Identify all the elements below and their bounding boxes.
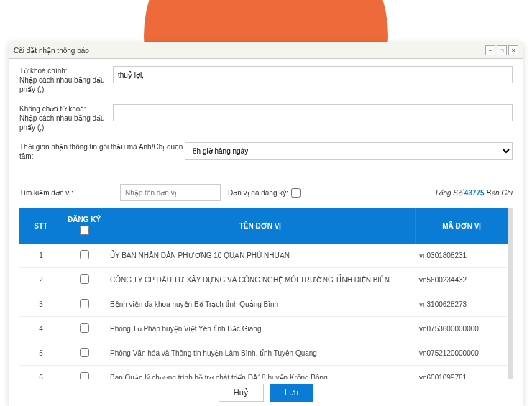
table-row: 4Phòng Tư Pháp huyện Việt Yên tỉnh Bắc G… <box>19 317 508 341</box>
row-checkbox[interactable] <box>80 299 89 308</box>
header-name: TÊN ĐƠN VỊ <box>106 208 415 244</box>
keyword-exclude-input[interactable] <box>113 104 513 121</box>
keyword-exclude-row: Không chứa từ khoá: Nhập cách nhau bằng … <box>19 104 513 132</box>
total-number: 43775 <box>464 189 485 197</box>
cell-name: ỦY BAN NHÂN DÂN PHƯỜNG 10 QUẬN PHÚ NHUẬN <box>106 244 415 268</box>
cell-code: vn5600234432 <box>415 268 508 292</box>
cell-code: vn3100628273 <box>415 292 508 317</box>
maximize-button[interactable]: □ <box>497 45 507 55</box>
cancel-button[interactable]: Huỷ <box>219 384 264 402</box>
cell-name: CÔNG TY CP ĐẦU TƯ XÂY DỰNG VÀ CÔNG NGHỆ … <box>106 268 415 292</box>
registered-checkbox[interactable] <box>291 188 301 198</box>
registered-filter[interactable]: Đơn vị đã đăng ký: <box>228 188 301 198</box>
cell-stt: 2 <box>19 268 63 292</box>
window-content: Từ khoá chính: Nhập cách nhau bằng dấu p… <box>9 59 523 405</box>
header-code: MÃ ĐƠN VỊ <box>415 208 508 244</box>
total-suffix: Bản Ghi <box>485 189 513 197</box>
cell-reg <box>63 341 106 366</box>
window-title: Cài đặt nhận thông báo <box>14 47 89 55</box>
search-input[interactable] <box>120 184 221 201</box>
header-stt: STT <box>19 208 63 244</box>
cell-name: Bệnh viện đa khoa huyện Bố Trạch tỉnh Qu… <box>106 292 415 317</box>
row-checkbox[interactable] <box>80 250 89 259</box>
cell-code: vn0301808231 <box>415 244 508 268</box>
table-row: 3Bệnh viện đa khoa huyện Bố Trạch tỉnh Q… <box>19 292 508 317</box>
keyword-main-row: Từ khoá chính: Nhập cách nhau bằng dấu p… <box>19 66 513 94</box>
cell-code: vn0753600000000 <box>415 317 508 341</box>
table-header-row: STT ĐĂNG KÝ TÊN ĐƠN VỊ MÃ ĐƠN VỊ <box>19 208 508 244</box>
cell-reg <box>63 317 106 341</box>
cell-reg <box>63 292 106 317</box>
keyword-exclude-label: Không chứa từ khoá: Nhập cách nhau bằng … <box>19 104 113 132</box>
keyword-main-input[interactable] <box>113 66 513 83</box>
units-table: STT ĐĂNG KÝ TÊN ĐƠN VỊ MÃ ĐƠN VỊ 1ỦY BAN… <box>19 208 508 398</box>
table-scroll[interactable]: STT ĐĂNG KÝ TÊN ĐƠN VỊ MÃ ĐƠN VỊ 1ỦY BAN… <box>19 208 513 398</box>
minimize-button[interactable]: − <box>485 45 495 55</box>
total-prefix: Tổng Số <box>434 189 464 197</box>
row-checkbox[interactable] <box>80 348 89 357</box>
cell-reg <box>63 244 106 268</box>
time-label: Thời gian nhận thông tin gói thầu mà Anh… <box>19 142 185 161</box>
cell-code: vn0752120000000 <box>415 341 508 366</box>
label-text: Không chứa từ khoá: <box>19 104 113 114</box>
header-reg: ĐĂNG KÝ <box>63 208 106 244</box>
label-hint: Nhập cách nhau bằng dấu phẩy (,) <box>19 114 113 132</box>
select-all-checkbox[interactable] <box>80 226 89 235</box>
table-row: 1ỦY BAN NHÂN DÂN PHƯỜNG 10 QUẬN PHÚ NHUẬ… <box>19 244 508 268</box>
label-text: Từ khoá chính: <box>19 66 113 75</box>
footer-bar: Huỷ Lưu <box>9 379 523 406</box>
table-row: 2CÔNG TY CP ĐẦU TƯ XÂY DỰNG VÀ CÔNG NGHỆ… <box>19 268 508 292</box>
titlebar: Cài đặt nhận thông báo − □ ✕ <box>9 42 523 59</box>
label-hint: Nhập cách nhau bằng dấu phẩy (,) <box>19 75 113 94</box>
cell-stt: 5 <box>19 341 63 366</box>
settings-window: Cài đặt nhận thông báo − □ ✕ Từ khoá chí… <box>9 42 523 406</box>
cell-stt: 1 <box>19 244 63 268</box>
header-reg-text: ĐĂNG KÝ <box>68 216 101 223</box>
close-button[interactable]: ✕ <box>508 45 518 55</box>
cell-name: Phòng Văn hóa và Thông tin huyện Lâm Bìn… <box>106 341 415 366</box>
total-count: Tổng Số 43775 Bản Ghi <box>434 189 513 197</box>
cell-stt: 4 <box>19 317 63 341</box>
time-select[interactable]: 8h giờ hàng ngày <box>185 142 513 160</box>
row-checkbox[interactable] <box>80 274 89 284</box>
keyword-main-label: Từ khoá chính: Nhập cách nhau bằng dấu p… <box>19 66 113 94</box>
window-controls: − □ ✕ <box>485 45 518 55</box>
cell-stt: 3 <box>19 292 63 317</box>
table-row: 5Phòng Văn hóa và Thông tin huyện Lâm Bì… <box>19 341 508 366</box>
save-button[interactable]: Lưu <box>270 384 313 402</box>
time-row: Thời gian nhận thông tin gói thầu mà Anh… <box>19 142 513 161</box>
filter-row: Tìm kiếm đơn vị: Đơn vị đã đăng ký: Tổng… <box>19 184 513 201</box>
row-checkbox[interactable] <box>80 323 89 333</box>
registered-label-text: Đơn vị đã đăng ký: <box>228 189 288 197</box>
cell-reg <box>63 268 106 292</box>
search-label: Tìm kiếm đơn vị: <box>19 189 113 197</box>
cell-name: Phòng Tư Pháp huyện Việt Yên tỉnh Bắc Gi… <box>106 317 415 341</box>
